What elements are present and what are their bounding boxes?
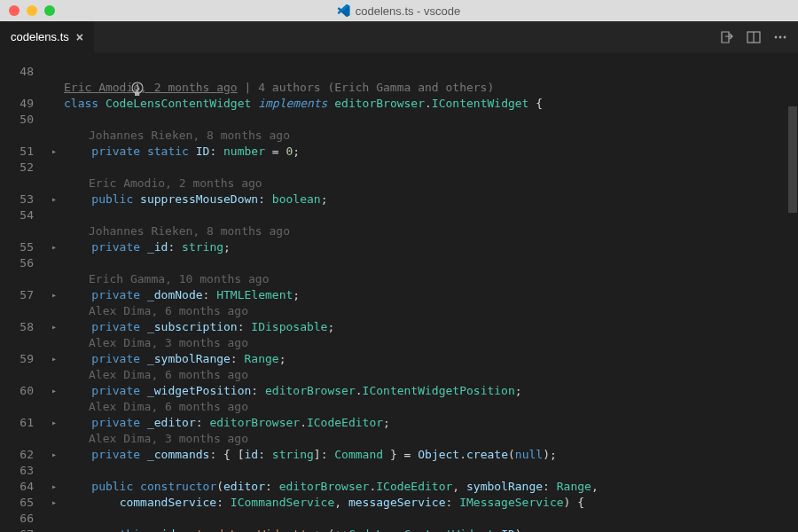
line-number: 61 [0, 415, 34, 431]
code-line: private static ID: number = 0; [64, 144, 789, 160]
code-line: private _commands: { [id: string]: Comma… [64, 447, 789, 463]
codelens-author-link[interactable]: Eric Amodio, 2 months ago [64, 81, 238, 94]
line-number-gutter: 48 49 50 51 52 53 54 55 56 57 58 59 60 6… [0, 53, 44, 532]
tab-label: codelens.ts [11, 30, 69, 43]
code-line [64, 207, 789, 223]
code-line: private _editor: editorBrowser.ICodeEdit… [64, 415, 789, 431]
editor-area[interactable]: 48 49 50 51 52 53 54 55 56 57 58 59 60 6… [0, 53, 798, 532]
line-number: 54 [0, 207, 34, 223]
open-changes-icon[interactable] [720, 30, 734, 44]
line-number: 52 [0, 160, 34, 176]
vscode-icon [338, 4, 350, 17]
fold-icon[interactable]: ▸ [44, 495, 64, 511]
fold-icon[interactable]: ▸ [44, 287, 64, 303]
git-blame-annotation: Johannes Rieken, 8 months ago [64, 223, 789, 239]
line-number: 56 [0, 255, 34, 271]
window-title-text: codelens.ts - vscode [356, 4, 461, 18]
git-blame-annotation: Erich Gamma, 10 months ago [64, 271, 789, 287]
code-line [64, 64, 789, 80]
code-line: this._id = 'codeLensWidget' + (++CodeLen… [64, 527, 789, 532]
line-number: 67 [0, 527, 34, 532]
line-number: 51 [0, 144, 34, 160]
codelens-separator: | [238, 81, 258, 94]
fold-icon[interactable]: ▸ [44, 319, 64, 335]
git-blame-annotation: Johannes Rieken, 8 months ago [64, 128, 789, 144]
window-controls [0, 5, 55, 16]
fold-icon[interactable]: ▸ [44, 144, 64, 160]
line-number: 59 [0, 351, 34, 367]
line-number: 62 [0, 447, 34, 463]
more-actions-icon[interactable] [773, 30, 787, 44]
git-blame-annotation: Alex Dima, 6 months ago [64, 367, 789, 383]
close-window-button[interactable] [9, 5, 20, 16]
line-number: 49 [0, 96, 34, 112]
code-line [64, 112, 789, 128]
svg-point-3 [779, 35, 782, 38]
code-line [64, 511, 789, 527]
git-blame-annotation: Alex Dima, 3 months ago [64, 431, 789, 447]
tabbar-actions [720, 21, 798, 52]
line-number: 65 [0, 495, 34, 511]
git-blame-annotation: Alex Dima, 6 months ago [64, 399, 789, 415]
git-blame-annotation: Eric Amodio, 2 months ago [64, 176, 789, 192]
line-number: 50 [0, 112, 34, 128]
line-number: 48 [0, 64, 34, 80]
code-line [64, 463, 789, 479]
fold-gutter: ▸ ▸ ▸ ▸ ▸ ▸ ▸ ▸ ▸ ▸ ▸ ▸ ▸ [44, 53, 64, 532]
tabbar: codelens.ts × [0, 21, 798, 53]
scrollbar-thumb[interactable] [788, 106, 797, 213]
minimize-window-button[interactable] [27, 5, 37, 16]
split-editor-icon[interactable] [747, 30, 761, 44]
code-line [64, 160, 789, 176]
line-number: 64 [0, 479, 34, 495]
code-line: private _symbolRange: Range; [64, 351, 789, 367]
code-line: commandService: ICommandService, message… [64, 495, 789, 511]
code-line: private _widgetPosition: editorBrowser.I… [64, 383, 789, 399]
line-number: 57 [0, 287, 34, 303]
fold-icon[interactable]: ▸ [44, 383, 64, 399]
code-line: public suppressMouseDown: boolean; [64, 192, 789, 207]
close-tab-icon[interactable]: × [76, 30, 83, 44]
code-line: public constructor(editor: editorBrowser… [64, 479, 789, 495]
svg-point-2 [775, 35, 778, 38]
git-blame-annotation: Alex Dima, 6 months ago [64, 303, 789, 319]
svg-point-4 [784, 35, 786, 38]
fold-icon[interactable]: ▸ [44, 527, 64, 532]
code-content[interactable]: Eric Amodio, 2 months ago | 4 authors (E… [64, 53, 798, 532]
fold-icon[interactable]: ▸ [44, 192, 64, 207]
git-blame-annotation: Alex Dima, 3 months ago [64, 335, 789, 351]
scrollbar-track[interactable] [786, 53, 798, 532]
line-number: 60 [0, 383, 34, 399]
fold-icon[interactable]: ▸ [44, 351, 64, 367]
fold-icon[interactable]: ▸ [44, 239, 64, 255]
line-number: 58 [0, 319, 34, 335]
line-number: 53 [0, 192, 34, 207]
tab-codelens[interactable]: codelens.ts × [0, 21, 94, 52]
code-line: private _subscription: IDisposable; [64, 319, 789, 335]
code-line: private _domNode: HTMLElement; [64, 287, 789, 303]
codelens-row: Eric Amodio, 2 months ago | 4 authors (E… [64, 80, 789, 96]
fold-icon[interactable]: ▸ [44, 415, 64, 431]
window-title: codelens.ts - vscode [338, 4, 461, 18]
codelens-authors: 4 authors (Erich Gamma and others) [258, 81, 494, 94]
line-number: 63 [0, 463, 34, 479]
code-line: class CodeLensContentWidget implements e… [64, 96, 789, 112]
code-line: private _id: string; [64, 239, 789, 255]
titlebar: codelens.ts - vscode [0, 0, 798, 21]
line-number: 66 [0, 511, 34, 527]
line-number: 55 [0, 239, 34, 255]
fold-icon[interactable]: ▸ [44, 447, 64, 463]
fold-icon[interactable]: ▸ [44, 479, 64, 495]
maximize-window-button[interactable] [44, 5, 55, 16]
code-line [64, 255, 789, 271]
